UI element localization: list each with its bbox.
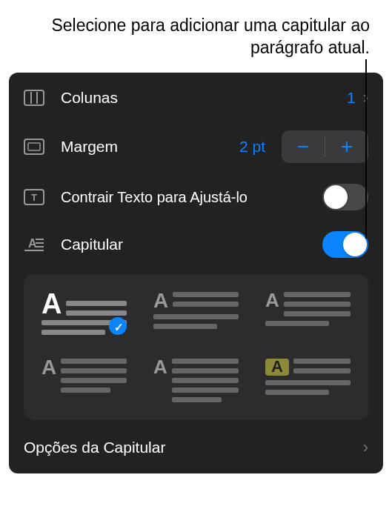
preview-line — [66, 301, 127, 306]
svg-text:T: T — [31, 192, 37, 203]
margin-stepper: − + — [282, 130, 368, 163]
callout-text: Selecione para adicionar uma capitular a… — [0, 0, 392, 67]
preview-line — [41, 320, 127, 325]
columns-value: 1 — [347, 89, 356, 107]
cap-letter: A — [41, 359, 56, 376]
preview-line — [153, 324, 217, 329]
preview-line — [293, 359, 351, 364]
shrink-text-label: Contrair Texto para Ajustá-lo — [61, 188, 322, 206]
toggle-knob — [343, 233, 367, 256]
preview-line — [265, 390, 329, 395]
dropcap-label: Capitular — [61, 236, 322, 253]
preview-line — [172, 368, 239, 373]
preview-line — [61, 368, 127, 373]
dropcap-styles-grid: A A — [24, 274, 368, 420]
preview-line — [284, 311, 351, 316]
preview-line — [172, 397, 222, 402]
dropcap-style-option-1[interactable]: A — [39, 289, 130, 338]
preview-line — [172, 388, 239, 393]
preview-line — [66, 310, 127, 316]
cap-letter: A — [265, 292, 279, 308]
preview-line — [284, 302, 351, 307]
preview-line — [172, 378, 239, 383]
preview-line — [61, 388, 110, 393]
preview-line — [153, 314, 239, 319]
preview-line — [265, 321, 329, 326]
shrink-text-icon: T — [24, 189, 50, 205]
dropcap-row: A Capitular — [9, 221, 383, 268]
margin-decrement-button[interactable]: − — [282, 130, 325, 163]
margin-icon — [24, 139, 50, 155]
preview-line — [172, 359, 239, 364]
cap-letter: A — [153, 292, 168, 310]
preview-line — [173, 302, 239, 307]
cap-letter: A — [265, 359, 289, 376]
dropcap-options-row[interactable]: Opções da Capitular › — [9, 426, 383, 468]
dropcap-style-option-2[interactable]: A — [150, 289, 242, 338]
columns-row[interactable]: Colunas 1 › — [9, 76, 383, 120]
dropcap-style-option-6[interactable]: A — [262, 356, 353, 405]
columns-label: Colunas — [61, 89, 347, 107]
margin-increment-button[interactable]: + — [325, 130, 368, 163]
preview-line — [61, 378, 127, 383]
dropcap-toggle[interactable] — [322, 231, 368, 258]
columns-icon — [24, 90, 50, 106]
margin-label: Margem — [61, 138, 239, 156]
svg-rect-4 — [28, 143, 40, 150]
preview-line — [265, 380, 351, 385]
dropcap-options-label: Opções da Capitular — [24, 439, 165, 456]
svg-rect-0 — [24, 90, 44, 105]
preview-line — [293, 368, 351, 373]
shrink-text-toggle[interactable] — [322, 184, 368, 210]
dropcap-icon: A — [24, 236, 50, 253]
shrink-text-row: T Contrair Texto para Ajustá-lo — [9, 173, 383, 221]
margin-row: Margem 2 pt − + — [9, 120, 383, 173]
dropcap-style-option-5[interactable]: A — [150, 356, 242, 405]
preview-line — [61, 359, 127, 364]
toggle-knob — [324, 185, 348, 209]
cap-letter: A — [153, 359, 167, 375]
cap-letter: A — [41, 292, 62, 316]
dropcap-style-option-3[interactable]: A — [262, 289, 353, 338]
callout-pointer-line — [365, 59, 367, 239]
margin-value: 2 pt — [239, 138, 265, 156]
format-panel: Colunas 1 › Margem 2 pt − + T Contrair T… — [9, 73, 383, 473]
preview-line — [173, 292, 239, 297]
preview-line — [41, 330, 105, 335]
preview-line — [284, 292, 351, 297]
dropcap-style-option-4[interactable]: A — [39, 356, 130, 405]
svg-rect-3 — [24, 139, 44, 154]
chevron-right-icon: › — [363, 438, 368, 457]
